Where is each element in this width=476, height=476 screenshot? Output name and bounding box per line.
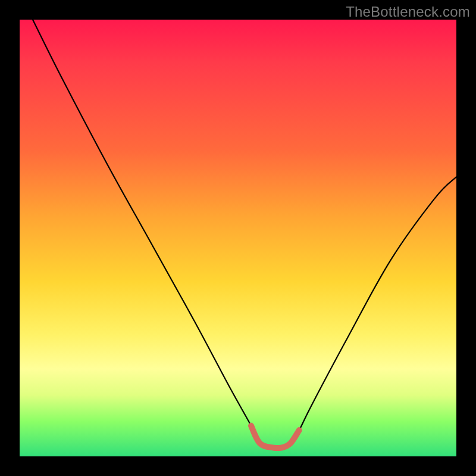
- gradient-plot-area: [20, 20, 456, 456]
- curve-svg: [20, 20, 456, 456]
- bottleneck-curve-path: [33, 20, 456, 448]
- optimal-range-highlight-path: [251, 426, 299, 449]
- chart-frame: TheBottleneck.com: [0, 0, 476, 476]
- watermark-text: TheBottleneck.com: [346, 4, 470, 20]
